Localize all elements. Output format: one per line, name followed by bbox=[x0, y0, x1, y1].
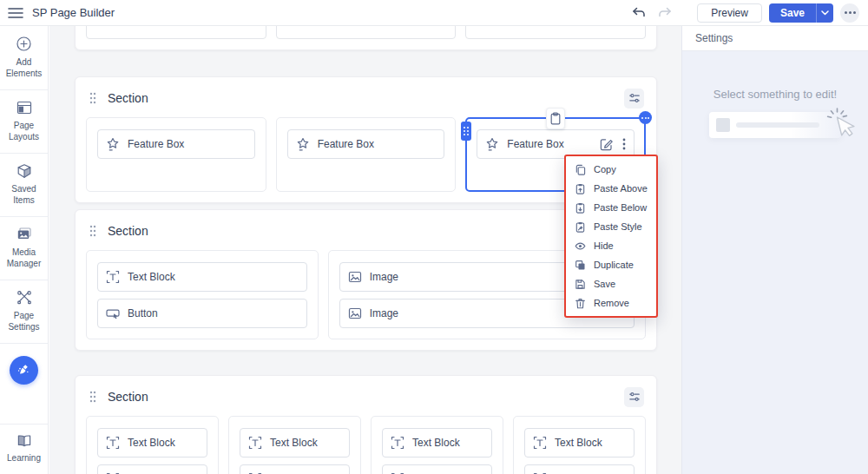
context-menu: Copy Paste Above Paste Below Paste Style… bbox=[564, 155, 658, 318]
preview-button[interactable]: Preview bbox=[697, 3, 762, 23]
left-toolbar: Add Elements Page Layouts Saved Items Me… bbox=[0, 26, 49, 474]
menu-item-hide[interactable]: Hide bbox=[566, 236, 656, 255]
redo-button[interactable] bbox=[655, 3, 674, 23]
addon-feature-box[interactable]: Feature Box bbox=[287, 129, 445, 159]
image-icon bbox=[348, 270, 362, 284]
addon-placeholder[interactable] bbox=[86, 26, 266, 39]
column-options-button[interactable] bbox=[639, 111, 652, 124]
star-icon bbox=[296, 137, 310, 151]
addon-label: Text Block bbox=[128, 437, 175, 449]
sidebar-item-saved-items[interactable]: Saved Items bbox=[0, 154, 48, 216]
menu-item-paste-above[interactable]: Paste Above bbox=[566, 179, 656, 198]
section-drag-handle[interactable] bbox=[88, 90, 98, 106]
text-icon bbox=[533, 436, 547, 450]
cube-icon bbox=[16, 163, 32, 179]
clipboard-icon bbox=[550, 112, 561, 125]
column[interactable]: Text Block Text Block bbox=[228, 416, 361, 474]
menu-item-duplicate[interactable]: Duplicate bbox=[566, 255, 656, 274]
addon-text-block[interactable]: Text Block bbox=[240, 464, 350, 474]
menu-item-copy[interactable]: Copy bbox=[566, 160, 656, 179]
chevron-down-icon bbox=[821, 10, 829, 16]
column[interactable]: Text Block Text Block bbox=[371, 416, 503, 474]
more-options-button[interactable] bbox=[840, 3, 859, 23]
column[interactable]: Text Block Text Block bbox=[513, 416, 646, 474]
column-drag-handle[interactable] bbox=[461, 122, 471, 141]
addon-button[interactable]: Button bbox=[97, 299, 307, 328]
save-item-icon bbox=[575, 279, 586, 290]
cursor-click-icon bbox=[820, 103, 860, 147]
addon-label: Feature Box bbox=[318, 138, 374, 150]
undo-button[interactable] bbox=[629, 3, 648, 23]
star-icon bbox=[106, 137, 120, 151]
addon-text-block[interactable]: Text Block bbox=[240, 428, 350, 458]
empty-state-illustration bbox=[709, 112, 841, 138]
column[interactable]: Feature Box bbox=[276, 117, 457, 192]
menu-item-save[interactable]: Save bbox=[566, 274, 656, 293]
addon-text-block[interactable]: Text Block bbox=[382, 464, 492, 474]
section-drag-handle[interactable] bbox=[88, 389, 98, 405]
paste-indicator-button[interactable] bbox=[546, 108, 565, 129]
addon-placeholder[interactable] bbox=[276, 26, 457, 39]
kebab-icon bbox=[622, 138, 626, 150]
save-button[interactable]: Save bbox=[769, 3, 816, 23]
section-title: Section bbox=[108, 224, 148, 238]
addon-text-block[interactable]: Text Block bbox=[97, 464, 207, 474]
edit-addon-button[interactable] bbox=[600, 138, 613, 151]
addon-placeholder[interactable] bbox=[465, 26, 646, 39]
section-title: Section bbox=[108, 390, 148, 404]
addon-text-block[interactable]: Text Block bbox=[382, 428, 492, 458]
duplicate-icon bbox=[575, 260, 586, 271]
addon-label: Feature Box bbox=[507, 138, 590, 150]
addon-text-block[interactable]: Text Block bbox=[524, 428, 635, 458]
clear-page-button[interactable] bbox=[10, 356, 38, 385]
sidebar-item-learning[interactable]: Learning bbox=[0, 425, 48, 474]
trash-icon bbox=[575, 298, 586, 309]
sidebar-item-add-elements[interactable]: Add Elements bbox=[0, 26, 48, 89]
broom-icon bbox=[16, 363, 31, 378]
addon-label: Button bbox=[128, 307, 158, 319]
column[interactable]: Feature Box bbox=[86, 117, 266, 192]
hamburger-menu-button[interactable] bbox=[3, 0, 29, 26]
addon-text-block[interactable]: Text Block bbox=[97, 428, 207, 458]
sidebar-item-page-layouts[interactable]: Page Layouts bbox=[0, 90, 48, 153]
undo-icon bbox=[632, 7, 646, 19]
skeleton-line bbox=[736, 122, 819, 128]
hamburger-icon bbox=[8, 7, 23, 19]
addon-feature-box[interactable]: Feature Box bbox=[97, 129, 255, 159]
section-drag-handle[interactable] bbox=[88, 223, 98, 239]
app-title: SP Page Builder bbox=[32, 6, 115, 19]
column[interactable]: Text Block Text Block bbox=[86, 416, 219, 474]
paste-above-icon bbox=[575, 183, 586, 194]
copy-icon bbox=[575, 164, 586, 175]
addon-text-block[interactable]: Text Block bbox=[524, 464, 635, 474]
addon-label: Text Block bbox=[270, 437, 318, 449]
book-icon bbox=[16, 434, 32, 448]
menu-item-paste-style[interactable]: Paste Style bbox=[566, 217, 656, 236]
section-settings-button[interactable] bbox=[624, 387, 644, 407]
layout-icon bbox=[16, 100, 32, 115]
tools-icon bbox=[16, 290, 32, 306]
eye-icon bbox=[575, 240, 586, 252]
addon-options-button[interactable] bbox=[622, 138, 626, 150]
media-icon bbox=[16, 227, 32, 242]
star-icon bbox=[485, 137, 499, 151]
button-icon bbox=[106, 306, 120, 320]
addon-label: Text Block bbox=[128, 271, 175, 283]
addon-text-block[interactable]: Text Block bbox=[97, 262, 307, 292]
text-icon bbox=[106, 270, 120, 284]
sidebar-item-page-settings[interactable]: Page Settings bbox=[0, 280, 48, 343]
section-title: Section bbox=[108, 91, 148, 105]
top-bar: SP Page Builder Preview Save bbox=[0, 0, 868, 26]
column[interactable]: Text Block Button bbox=[86, 250, 319, 339]
menu-item-remove[interactable]: Remove bbox=[566, 293, 656, 313]
menu-item-paste-below[interactable]: Paste Below bbox=[566, 198, 656, 217]
addon-label: Text Block bbox=[555, 437, 602, 449]
plus-circle-icon bbox=[16, 36, 32, 52]
addon-label: Feature Box bbox=[128, 138, 184, 150]
section-settings-button[interactable] bbox=[624, 89, 644, 109]
edit-icon bbox=[600, 138, 613, 151]
save-dropdown-button[interactable] bbox=[816, 3, 833, 23]
addon-label: Image bbox=[370, 271, 398, 283]
text-icon bbox=[391, 436, 404, 450]
sidebar-item-media-manager[interactable]: Media Manager bbox=[0, 217, 48, 280]
